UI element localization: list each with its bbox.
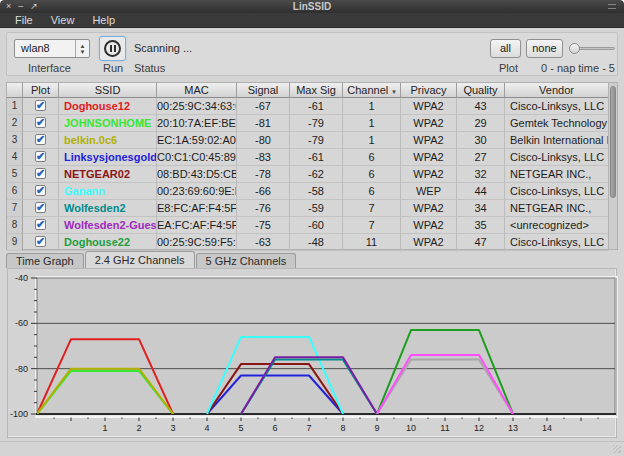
status-label: Status bbox=[134, 62, 165, 74]
menu-item-help[interactable]: Help bbox=[83, 13, 124, 28]
channel-cell: 6 bbox=[343, 166, 401, 183]
plot-checkbox[interactable]: ✔ bbox=[35, 151, 46, 162]
vendor-cell: Cisco-Linksys, LLC bbox=[505, 183, 609, 200]
toolbar-panel: wlan8 ▲▼ Scanning ... Interface Run Stat… bbox=[6, 32, 618, 76]
table-header-channel[interactable]: Channel▾ bbox=[343, 83, 401, 98]
tab-2-4-ghz-channels[interactable]: 2.4 GHz Channels bbox=[85, 251, 195, 268]
table-header-signal[interactable]: Signal bbox=[237, 83, 290, 98]
svg-text:10: 10 bbox=[406, 423, 416, 433]
table-header-corner[interactable] bbox=[7, 83, 23, 98]
nap-time-slider[interactable] bbox=[570, 47, 615, 50]
spinner-arrows-icon[interactable]: ▲▼ bbox=[75, 40, 89, 57]
table-row[interactable]: 7✔Wolfesden2E8:FC:AF:F4:5F:EF-76-597WPA2… bbox=[7, 200, 609, 217]
table-row[interactable]: 6✔Ganann00:23:69:60:9E:DB-66-586WEP44Cis… bbox=[7, 183, 609, 200]
channel-cell: 11 bbox=[343, 234, 401, 251]
row-number: 8 bbox=[7, 217, 23, 234]
menu-bar: FileViewHelp bbox=[0, 13, 624, 28]
table-header-privacy[interactable]: Privacy bbox=[401, 83, 457, 98]
svg-text:-40: -40 bbox=[15, 273, 28, 283]
quality-cell: 44 bbox=[457, 183, 505, 200]
svg-text:14: 14 bbox=[542, 423, 552, 433]
plot-cell: ✔ bbox=[23, 149, 59, 166]
row-number: 3 bbox=[7, 132, 23, 149]
resize-grip-icon[interactable] bbox=[613, 445, 621, 453]
table-row[interactable]: 9✔Doghouse2200:25:9C:59:F5:FC-63-4811WPA… bbox=[7, 234, 609, 251]
app-window: × – ↗ LinSSID FileViewHelp wlan8 ▲▼ Scan… bbox=[0, 0, 624, 456]
mac-cell: 00:25:9C:34:63:06 bbox=[157, 98, 237, 115]
slider-handle[interactable] bbox=[569, 43, 580, 54]
plot-checkbox[interactable]: ✔ bbox=[35, 117, 46, 128]
signal-cell: -66 bbox=[237, 183, 290, 200]
privacy-cell: WPA2 bbox=[401, 166, 457, 183]
window-shade-icon[interactable] bbox=[608, 4, 616, 9]
signal-cell: -83 bbox=[237, 149, 290, 166]
max-sig-cell: -59 bbox=[290, 200, 343, 217]
interface-value: wlan8 bbox=[21, 42, 50, 54]
menu-item-view[interactable]: View bbox=[42, 13, 84, 28]
interface-select[interactable]: wlan8 ▲▼ bbox=[14, 39, 90, 58]
max-sig-cell: -48 bbox=[290, 234, 343, 251]
plot-checkbox[interactable]: ✔ bbox=[35, 100, 46, 111]
quality-cell: 29 bbox=[457, 115, 505, 132]
row-number: 9 bbox=[7, 234, 23, 251]
table-row[interactable]: 4✔LinksysjonesgoldrouterC0:C1:C0:45:89:F… bbox=[7, 149, 609, 166]
table-header-max-sig[interactable]: Max Sig bbox=[290, 83, 343, 98]
plot-checkbox[interactable]: ✔ bbox=[35, 134, 46, 145]
svg-text:2: 2 bbox=[136, 423, 141, 433]
row-number: 7 bbox=[7, 200, 23, 217]
max-sig-cell: -79 bbox=[290, 132, 343, 149]
plot-cell: ✔ bbox=[23, 166, 59, 183]
plot-none-button[interactable]: none bbox=[526, 39, 563, 58]
signal-cell: -75 bbox=[237, 217, 290, 234]
sort-arrow-icon: ▾ bbox=[392, 88, 396, 95]
table-header-ssid[interactable]: SSID bbox=[59, 83, 157, 98]
run-toggle-button[interactable] bbox=[99, 36, 126, 61]
menu-item-file[interactable]: File bbox=[6, 13, 42, 28]
table-row[interactable]: 8✔Wolfesden2-GuestEA:FC:AF:F4:5F:F0-75-6… bbox=[7, 217, 609, 234]
check-icon: ✔ bbox=[36, 166, 45, 181]
scrollbar-thumb[interactable] bbox=[610, 86, 616, 198]
table-row[interactable]: 5✔NETGEAR0208:BD:43:D5:CB:03-78-626WPA23… bbox=[7, 166, 609, 183]
table-header-plot[interactable]: Plot bbox=[23, 83, 59, 98]
status-bar bbox=[0, 441, 624, 456]
plot-checkbox[interactable]: ✔ bbox=[35, 168, 46, 179]
table-row[interactable]: 3✔belkin.0c6EC:1A:59:02:A0:C6-80-791WPA2… bbox=[7, 132, 609, 149]
svg-text:8: 8 bbox=[340, 423, 345, 433]
tab-5-ghz-channels[interactable]: 5 GHz Channels bbox=[196, 253, 297, 268]
privacy-cell: WPA2 bbox=[401, 217, 457, 234]
plot-checkbox[interactable]: ✔ bbox=[35, 236, 46, 247]
table-header-mac[interactable]: MAC bbox=[157, 83, 237, 98]
tab-time-graph[interactable]: Time Graph bbox=[6, 253, 84, 268]
channel-chart: -40-60-80-1001234567891011121314 bbox=[7, 268, 617, 438]
svg-text:9: 9 bbox=[374, 423, 379, 433]
quality-cell: 47 bbox=[457, 234, 505, 251]
privacy-cell: WPA2 bbox=[401, 132, 457, 149]
svg-text:5: 5 bbox=[238, 423, 243, 433]
mac-cell: EA:FC:AF:F4:5F:F0 bbox=[157, 217, 237, 234]
table-header-quality[interactable]: Quality bbox=[457, 83, 505, 98]
plot-checkbox[interactable]: ✔ bbox=[35, 219, 46, 230]
svg-text:4: 4 bbox=[204, 423, 209, 433]
status-text: Scanning ... bbox=[134, 42, 192, 54]
table-header-vendor[interactable]: Vendor bbox=[505, 83, 609, 98]
graph-tab-bar: Time Graph2.4 GHz Channels5 GHz Channels bbox=[6, 251, 297, 268]
svg-text:1: 1 bbox=[102, 423, 107, 433]
signal-cell: -78 bbox=[237, 166, 290, 183]
table-scrollbar[interactable] bbox=[608, 83, 617, 249]
table-row[interactable]: 2✔JOHNSONHOME20:10:7A:EF:BE:EF-81-791WPA… bbox=[7, 115, 609, 132]
plot-checkbox[interactable]: ✔ bbox=[35, 185, 46, 196]
privacy-cell: WPA2 bbox=[401, 149, 457, 166]
max-sig-cell: -61 bbox=[290, 98, 343, 115]
plot-cell: ✔ bbox=[23, 183, 59, 200]
table-row[interactable]: 1✔Doghouse1200:25:9C:34:63:06-67-611WPA2… bbox=[7, 98, 609, 115]
plot-checkbox[interactable]: ✔ bbox=[35, 202, 46, 213]
mac-cell: 20:10:7A:EF:BE:EF bbox=[157, 115, 237, 132]
plot-cell: ✔ bbox=[23, 132, 59, 149]
vendor-cell: NETGEAR INC., bbox=[505, 200, 609, 217]
mac-cell: 00:23:69:60:9E:DB bbox=[157, 183, 237, 200]
plot-all-button[interactable]: all bbox=[490, 39, 521, 58]
nap-time-label: 0 - nap time - 5 bbox=[541, 62, 615, 74]
ssid-table-grid: PlotSSIDMACSignalMax SigChannel▾PrivacyQ… bbox=[7, 83, 609, 251]
channel-cell: 1 bbox=[343, 115, 401, 132]
privacy-cell: WPA2 bbox=[401, 98, 457, 115]
